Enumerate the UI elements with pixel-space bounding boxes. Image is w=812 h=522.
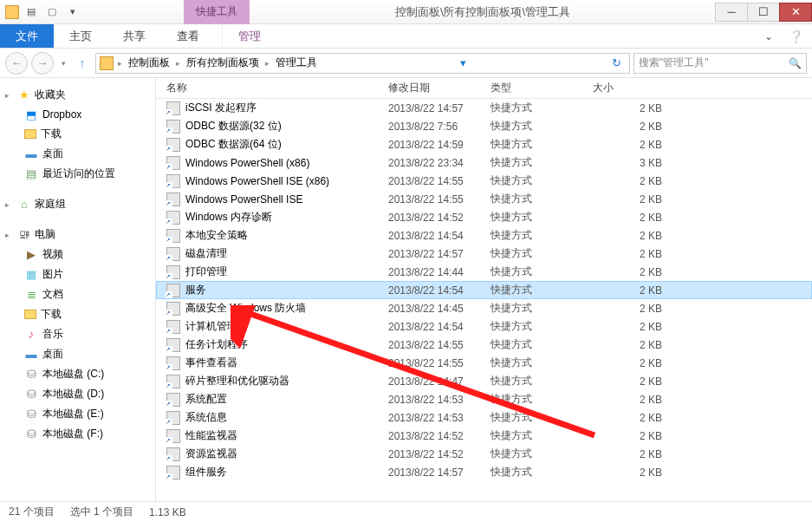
sidebar-item[interactable]: ▬桌面 — [0, 144, 155, 164]
collapse-icon[interactable]: ▸ — [5, 200, 14, 209]
column-type[interactable]: 类型 — [490, 81, 593, 95]
system-icon[interactable] — [5, 5, 19, 19]
file-date: 2013/8/22 14:52 — [388, 212, 490, 224]
file-row[interactable]: ODBC 数据源(32 位) 2013/8/22 7:56 快捷方式 2 KB — [156, 117, 812, 135]
file-name: 磁盘清理 — [185, 246, 388, 261]
sidebar-item[interactable]: ⛁本地磁盘 (F:) — [0, 424, 155, 444]
sidebar-item[interactable]: ▬桌面 — [0, 344, 155, 364]
sidebar-item[interactable]: ≣文档 — [0, 284, 155, 304]
sidebar-item[interactable]: ⛁本地磁盘 (D:) — [0, 384, 155, 404]
file-size: 2 KB — [593, 412, 671, 424]
address-bar: ← → ▾ ↑ ▸ 控制面板 ▸ 所有控制面板项 ▸ 管理工具 ▾ ↻ 搜索"管… — [0, 49, 812, 78]
collapse-icon[interactable]: ▸ — [5, 231, 14, 239]
up-button[interactable]: ↑ — [73, 54, 92, 73]
file-row[interactable]: 系统配置 2013/8/22 14:53 快捷方式 2 KB — [156, 390, 812, 408]
maximize-button[interactable]: ☐ — [747, 3, 780, 22]
column-name[interactable]: 名称 — [166, 81, 388, 95]
file-date: 2013/8/22 14:54 — [388, 230, 490, 242]
help-icon[interactable]: ❔ — [780, 24, 812, 48]
sidebar-favorites-header[interactable]: ▸ ★ 收藏夹 — [0, 85, 155, 105]
sidebar-item[interactable]: 下载 — [0, 304, 155, 324]
chevron-right-icon[interactable]: ▸ — [115, 59, 125, 68]
chevron-right-icon[interactable]: ▸ — [263, 59, 272, 68]
qat-dropdown-icon[interactable]: ▾ — [66, 5, 80, 19]
sidebar-item[interactable]: ⛁本地磁盘 (C:) — [0, 364, 155, 384]
file-row[interactable]: Windows PowerShell ISE 2013/8/22 14:55 快… — [156, 190, 812, 208]
tab-manage[interactable]: 管理 — [222, 24, 276, 48]
search-input[interactable]: 搜索"管理工具" 🔍 — [633, 53, 807, 74]
qat-newfolder-icon[interactable]: ▢ — [45, 5, 59, 19]
sidebar-item-label: 下载 — [41, 127, 62, 141]
refresh-icon[interactable]: ↻ — [607, 56, 626, 69]
shortcut-icon — [166, 120, 180, 134]
file-row[interactable]: 打印管理 2013/8/22 14:44 快捷方式 2 KB — [156, 263, 812, 281]
file-name: Windows PowerShell (x86) — [185, 157, 388, 169]
tab-home[interactable]: 主页 — [54, 24, 107, 48]
file-row[interactable]: 磁盘清理 2013/8/22 14:57 快捷方式 2 KB — [156, 245, 812, 263]
sidebar-computer-header[interactable]: ▸ 🖳 电脑 — [0, 225, 155, 245]
file-name: 组件服务 — [185, 465, 388, 480]
shortcut-icon — [166, 192, 180, 206]
sidebar-item[interactable]: ▶视频 — [0, 245, 155, 264]
file-row[interactable]: 高级安全 Windows 防火墙 2013/8/22 14:45 快捷方式 2 … — [156, 299, 812, 317]
file-name: 系统信息 — [185, 410, 388, 425]
file-date: 2013/8/22 14:52 — [388, 430, 490, 442]
breadcrumb-item[interactable]: 控制面板 — [127, 55, 172, 70]
breadcrumb[interactable]: ▸ 控制面板 ▸ 所有控制面板项 ▸ 管理工具 ▾ ↻ — [95, 53, 630, 74]
file-row[interactable]: 服务 2013/8/22 14:54 快捷方式 2 KB — [156, 281, 812, 299]
address-dropdown-icon[interactable]: ▾ — [456, 56, 471, 69]
file-name: ODBC 数据源(32 位) — [185, 119, 388, 134]
qat-properties-icon[interactable]: ▤ — [24, 5, 38, 19]
sidebar-item[interactable]: ▤最近访问的位置 — [0, 164, 155, 184]
file-date: 2013/8/22 14:57 — [388, 248, 490, 260]
sidebar-homegroup-header[interactable]: ▸ ⌂ 家庭组 — [0, 194, 155, 214]
window-title: 控制面板\所有控制面板项\管理工具 — [250, 4, 716, 20]
file-row[interactable]: 事件查看器 2013/8/22 14:55 快捷方式 2 KB — [156, 354, 812, 372]
file-row[interactable]: 性能监视器 2013/8/22 14:52 快捷方式 2 KB — [156, 427, 812, 445]
status-bar: 21 个项目 选中 1 个项目 1.13 KB — [0, 501, 812, 522]
back-button[interactable]: ← — [5, 52, 28, 75]
sidebar-label: 家庭组 — [35, 197, 66, 212]
file-name: iSCSI 发起程序 — [185, 101, 388, 115]
tab-view[interactable]: 查看 — [161, 24, 215, 48]
file-row[interactable]: Windows PowerShell ISE (x86) 2013/8/22 1… — [156, 172, 812, 190]
file-type: 快捷方式 — [490, 428, 593, 443]
file-date: 2013/8/22 14:52 — [388, 448, 490, 460]
collapse-icon[interactable]: ▸ — [5, 91, 14, 100]
tab-share[interactable]: 共享 — [107, 24, 161, 48]
sidebar-item[interactable]: ♪音乐 — [0, 324, 155, 344]
file-row[interactable]: 碎片整理和优化驱动器 2013/8/22 14:47 快捷方式 2 KB — [156, 372, 812, 390]
column-size[interactable]: 大小 — [593, 81, 679, 95]
file-row[interactable]: iSCSI 发起程序 2013/8/22 14:57 快捷方式 2 KB — [156, 99, 812, 117]
close-button[interactable]: ✕ — [779, 3, 812, 22]
sidebar-item-label: 本地磁盘 (E:) — [42, 407, 104, 421]
forward-button[interactable]: → — [31, 52, 54, 75]
file-row[interactable]: 任务计划程序 2013/8/22 14:55 快捷方式 2 KB — [156, 336, 812, 354]
status-selected-size: 1.13 KB — [149, 506, 186, 519]
file-row[interactable]: Windows 内存诊断 2013/8/22 14:52 快捷方式 2 KB — [156, 208, 812, 226]
file-row[interactable]: 计算机管理 2013/8/22 14:54 快捷方式 2 KB — [156, 317, 812, 336]
ribbon-expand-icon[interactable]: ⌄ — [757, 24, 780, 48]
breadcrumb-item[interactable]: 管理工具 — [274, 55, 319, 70]
column-date[interactable]: 修改日期 — [388, 81, 490, 95]
sidebar-item[interactable]: ▦图片 — [0, 264, 155, 284]
minimize-button[interactable]: ─ — [715, 3, 748, 22]
file-row[interactable]: 资源监视器 2013/8/22 14:52 快捷方式 2 KB — [156, 445, 812, 463]
file-row[interactable]: ODBC 数据源(64 位) 2013/8/22 14:59 快捷方式 2 KB — [156, 135, 812, 153]
file-tab[interactable]: 文件 — [0, 24, 54, 48]
file-row[interactable]: 组件服务 2013/8/22 14:57 快捷方式 2 KB — [156, 463, 812, 481]
breadcrumb-item[interactable]: 所有控制面板项 — [185, 55, 261, 70]
sidebar-item[interactable]: ⛁本地磁盘 (E:) — [0, 404, 155, 424]
folder-icon — [24, 129, 36, 139]
shortcut-icon — [166, 356, 180, 370]
star-icon: ★ — [17, 88, 31, 102]
sidebar-item[interactable]: 下载 — [0, 124, 155, 144]
doc-icon: ≣ — [24, 288, 38, 302]
nav-history-dropdown[interactable]: ▾ — [57, 59, 69, 68]
sidebar-item[interactable]: ⬒Dropbox — [0, 105, 155, 124]
chevron-right-icon[interactable]: ▸ — [173, 59, 183, 68]
file-date: 2013/8/22 14:55 — [388, 339, 490, 351]
file-row[interactable]: Windows PowerShell (x86) 2013/8/22 23:34… — [156, 153, 812, 172]
file-row[interactable]: 系统信息 2013/8/22 14:53 快捷方式 2 KB — [156, 408, 812, 427]
file-row[interactable]: 本地安全策略 2013/8/22 14:54 快捷方式 2 KB — [156, 226, 812, 245]
